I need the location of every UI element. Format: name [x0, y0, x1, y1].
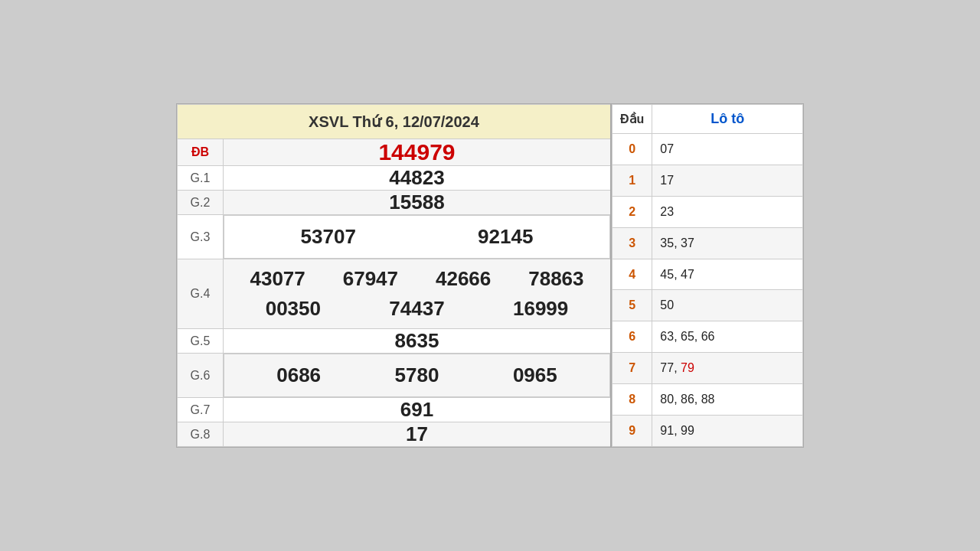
- loto-row: 0 07: [612, 134, 803, 165]
- prize-label-g3: G.3: [178, 215, 224, 259]
- loto-dau-7: 7: [612, 353, 652, 384]
- loto-table: Đầu Lô tô 0 07 1 17 2 23 3 35, 37 4 45, …: [612, 104, 803, 447]
- prize-value-db: 144979: [224, 139, 612, 166]
- main-lottery-table: XSVL Thứ 6, 12/07/2024 ĐB 144979 G.1 448…: [177, 104, 612, 447]
- prize-row-g8: G.8 17: [178, 422, 612, 447]
- loto-dau-4: 4: [612, 259, 652, 290]
- prize-row-g1: G.1 44823: [178, 166, 612, 191]
- loto-vals-2: 23: [652, 196, 803, 227]
- prize-label-g6: G.6: [178, 354, 224, 398]
- prize-label-g5: G.5: [178, 329, 224, 354]
- prize-label-g8: G.8: [178, 422, 224, 447]
- prize-value-g1: 44823: [224, 166, 612, 191]
- prize-value-g5: 8635: [224, 329, 612, 354]
- loto-dau-header: Đầu: [612, 105, 652, 134]
- prize-label-g7: G.7: [178, 398, 224, 422]
- loto-vals-9: 91, 99: [652, 416, 803, 447]
- loto-dau-3: 3: [612, 227, 652, 259]
- prize-row-g4: G.4 43077 67947 42666 78863 00350 74437 …: [178, 259, 612, 329]
- prize-value-g7: 691: [224, 398, 612, 422]
- loto-row: 5 50: [612, 290, 803, 321]
- loto-row: 8 80, 86, 88: [612, 384, 803, 416]
- loto-dau-1: 1: [612, 165, 652, 196]
- loto-dau-6: 6: [612, 321, 652, 353]
- loto-vals-4: 45, 47: [652, 259, 803, 290]
- table-title: XSVL Thứ 6, 12/07/2024: [178, 105, 612, 139]
- loto-vals-1: 17: [652, 165, 803, 196]
- loto-row: 2 23: [612, 196, 803, 227]
- loto-row: 3 35, 37: [612, 227, 803, 259]
- loto-row: 7 77, 79: [612, 353, 803, 384]
- loto-vals-8: 80, 86, 88: [652, 384, 803, 416]
- loto-dau-0: 0: [612, 134, 652, 165]
- prize-value-g8: 17: [224, 422, 612, 447]
- loto-row: 9 91, 99: [612, 416, 803, 447]
- loto-dau-2: 2: [612, 196, 652, 227]
- prize-row-g5: G.5 8635: [178, 329, 612, 354]
- loto-vals-7: 77, 79: [652, 353, 803, 384]
- prize-value-g6: 0686 5780 0965: [224, 354, 610, 397]
- prize-row-g6: G.6 0686 5780 0965: [178, 354, 612, 398]
- prize-row-g7: G.7 691: [178, 398, 612, 422]
- loto-vals-5: 50: [652, 290, 803, 321]
- loto-vals-3: 35, 37: [652, 227, 803, 259]
- loto-dau-8: 8: [612, 384, 652, 416]
- prize-value-g2: 15588: [224, 191, 612, 215]
- prize-row-g3: G.3 53707 92145: [178, 215, 612, 259]
- prize-value-g3: 53707 92145: [224, 215, 610, 259]
- prize-label-db: ĐB: [178, 139, 224, 166]
- prize-row-db: ĐB 144979: [178, 139, 612, 166]
- loto-loto-header: Lô tô: [652, 105, 803, 134]
- loto-dau-9: 9: [612, 416, 652, 447]
- prize-value-g4: 43077 67947 42666 78863 00350 74437 1699…: [224, 259, 612, 329]
- loto-vals-6: 63, 65, 66: [652, 321, 803, 353]
- prize-row-g2: G.2 15588: [178, 191, 612, 215]
- prize-label-g4: G.4: [178, 259, 224, 329]
- loto-dau-5: 5: [612, 290, 652, 321]
- prize-label-g2: G.2: [178, 191, 224, 215]
- loto-vals-0: 07: [652, 134, 803, 165]
- prize-label-g1: G.1: [178, 166, 224, 191]
- loto-row: 4 45, 47: [612, 259, 803, 290]
- loto-row: 6 63, 65, 66: [612, 321, 803, 353]
- loto-row: 1 17: [612, 165, 803, 196]
